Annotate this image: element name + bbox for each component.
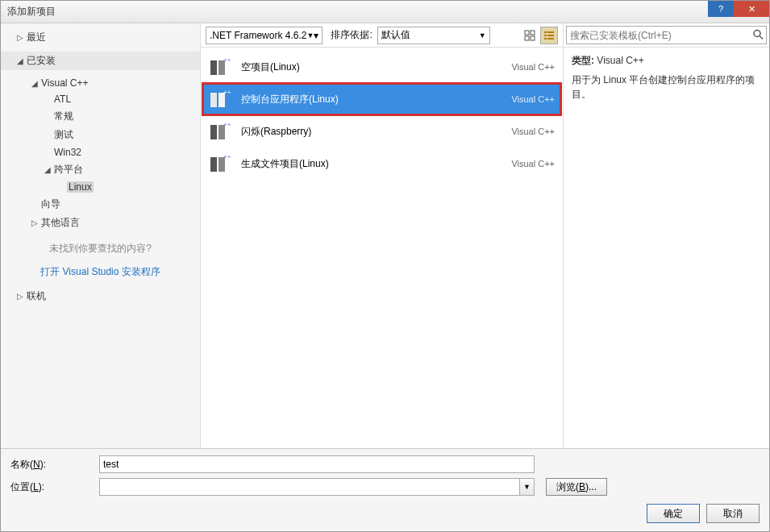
- template-lang: Visual C++: [511, 159, 555, 168]
- template-lang: Visual C++: [511, 94, 555, 104]
- sidebar-item-installed[interactable]: ◢已安装: [1, 52, 200, 70]
- search-input[interactable]: [566, 26, 767, 44]
- project-icon: ++: [209, 56, 231, 78]
- sidebar-item-wizard[interactable]: 向导: [1, 195, 200, 214]
- name-label: 名称(N):: [10, 458, 99, 472]
- detail-type: 类型: Visual C++: [572, 54, 761, 68]
- browse-button[interactable]: 浏览(B)...: [546, 478, 607, 496]
- sidebar-item-online[interactable]: ▷联机: [1, 287, 200, 305]
- location-dropdown-button[interactable]: ▼: [520, 478, 535, 496]
- bottom-panel: 名称(N): 位置(L): ▼ 浏览(B)... 确定 取消: [1, 448, 769, 531]
- sidebar-item-linux[interactable]: Linux: [1, 179, 200, 195]
- sidebar-item-otherlang[interactable]: ▷其他语言: [1, 214, 200, 232]
- sidebar-item-general[interactable]: 常规: [1, 107, 200, 126]
- svg-point-22: [754, 30, 760, 36]
- cancel-button[interactable]: 取消: [706, 504, 760, 523]
- right-panel: 类型: Visual C++ 用于为 Linux 平台创建控制台应用程序的项目。: [563, 23, 769, 448]
- framework-dropdown[interactable]: .NET Framework 4.6.2▼: [206, 27, 323, 44]
- template-lang: Visual C++: [511, 127, 555, 136]
- sidebar-item-win32[interactable]: Win32: [1, 144, 200, 160]
- sidebar-item-test[interactable]: 测试: [1, 126, 200, 144]
- titlebar: 添加新项目 ? ✕: [1, 1, 769, 23]
- template-name: 空项目(Linux): [241, 60, 511, 74]
- view-icons-button[interactable]: [521, 27, 539, 44]
- svg-rect-5: [547, 31, 554, 33]
- location-label: 位置(L):: [10, 480, 99, 494]
- svg-rect-8: [544, 38, 547, 39]
- sort-label: 排序依据:: [331, 28, 372, 42]
- svg-rect-7: [547, 35, 554, 36]
- ok-button[interactable]: 确定: [647, 504, 700, 523]
- template-list: ++ 空项目(Linux) Visual C++ ++ 控制台应用程序(Linu…: [201, 48, 563, 448]
- svg-rect-16: [210, 125, 217, 139]
- sidebar-item-atl[interactable]: ATL: [1, 91, 200, 107]
- window-title: 添加新项目: [7, 5, 56, 19]
- search-icon[interactable]: [752, 28, 764, 42]
- template-row[interactable]: ++ 生成文件项目(Linux) Visual C++: [202, 148, 561, 180]
- svg-rect-4: [544, 31, 547, 33]
- svg-text:++: ++: [223, 89, 231, 96]
- open-installer-link[interactable]: 打开 Visual Studio 安装程序: [1, 262, 200, 282]
- template-row[interactable]: ++ 控制台应用程序(Linux) Visual C++: [202, 83, 561, 115]
- close-button[interactable]: ✕: [734, 1, 769, 17]
- toolbar: .NET Framework 4.6.2▼ 排序依据: 默认值▼: [201, 23, 563, 48]
- project-icon: ++: [209, 152, 231, 175]
- template-lang: Visual C++: [511, 62, 555, 72]
- template-name: 闪烁(Raspberry): [241, 125, 511, 139]
- sidebar-item-crossplatform[interactable]: ◢跨平台: [1, 160, 200, 179]
- view-list-button[interactable]: [540, 27, 558, 44]
- svg-line-23: [760, 35, 763, 39]
- template-name: 控制台应用程序(Linux): [241, 93, 511, 106]
- sort-dropdown[interactable]: 默认值▼: [377, 27, 490, 44]
- svg-rect-19: [210, 157, 217, 172]
- project-icon: ++: [209, 88, 231, 110]
- name-input[interactable]: [99, 455, 535, 473]
- detail-description: 用于为 Linux 平台创建控制台应用程序的项目。: [572, 73, 761, 102]
- svg-text:++: ++: [223, 56, 231, 64]
- svg-rect-9: [547, 38, 554, 39]
- svg-text:++: ++: [223, 121, 231, 128]
- svg-rect-13: [210, 93, 217, 107]
- svg-rect-0: [525, 31, 529, 35]
- svg-text:++: ++: [223, 153, 231, 160]
- sidebar: ▷最近 ◢已安装 ◢Visual C++ ATL 常规 测试 Win32 ◢跨平…: [1, 23, 201, 448]
- svg-rect-3: [531, 36, 535, 40]
- svg-rect-2: [525, 36, 529, 40]
- template-row[interactable]: ++ 闪烁(Raspberry) Visual C++: [202, 115, 561, 148]
- sidebar-item-vcpp[interactable]: ◢Visual C++: [1, 75, 200, 91]
- svg-rect-1: [531, 31, 535, 35]
- sidebar-item-recent[interactable]: ▷最近: [1, 28, 200, 47]
- svg-rect-6: [544, 35, 547, 36]
- sidebar-notfound-text: 未找到你要查找的内容?: [1, 232, 200, 262]
- help-button[interactable]: ?: [708, 1, 734, 17]
- location-input[interactable]: [99, 478, 520, 496]
- template-row[interactable]: ++ 空项目(Linux) Visual C++: [202, 51, 561, 83]
- svg-rect-10: [210, 60, 217, 75]
- template-name: 生成文件项目(Linux): [241, 157, 511, 171]
- project-icon: ++: [209, 120, 231, 143]
